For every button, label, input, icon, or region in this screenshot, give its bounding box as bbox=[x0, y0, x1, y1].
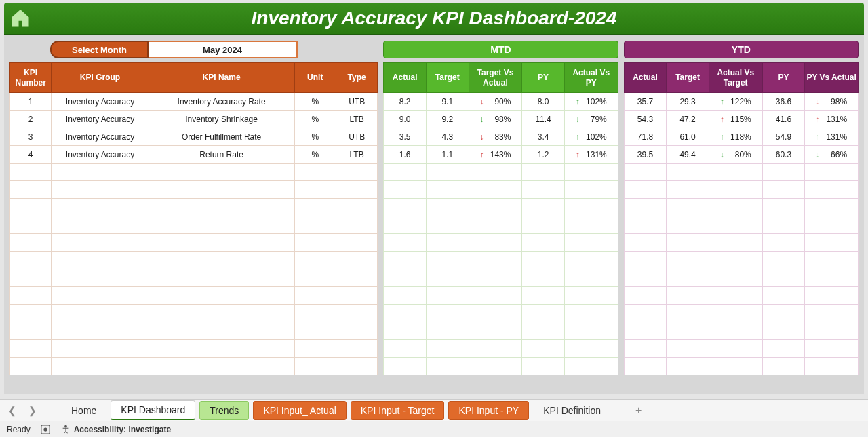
mtd-panel: MTD Actual Target Target Vs Actual PY Ac… bbox=[383, 41, 618, 394]
cell-ytd-pva: ↓98% bbox=[805, 93, 859, 111]
tab-kpi-input-actual[interactable]: KPI Input_ Actual bbox=[253, 401, 346, 420]
mtd-table: Actual Target Target Vs Actual PY Actual… bbox=[383, 62, 618, 375]
table-row[interactable] bbox=[624, 216, 858, 234]
mtd-band: MTD bbox=[383, 41, 618, 58]
table-row[interactable]: 4Inventory AccuracyReturn Rate%LTB bbox=[10, 146, 378, 164]
cell-mtd-tva: ↓83% bbox=[469, 128, 522, 146]
table-row[interactable] bbox=[10, 199, 378, 216]
table-row[interactable]: 39.549.4↓80%60.3↓66% bbox=[624, 146, 858, 164]
col-mtd-py: PY bbox=[522, 63, 565, 93]
table-row[interactable] bbox=[384, 181, 618, 199]
cell-unit: % bbox=[294, 146, 336, 164]
table-row[interactable] bbox=[10, 181, 378, 199]
col-ytd-actual: Actual bbox=[624, 63, 667, 93]
table-row[interactable] bbox=[624, 181, 858, 199]
cell-kpi-name: Inventory Accuracy Rate bbox=[149, 93, 294, 111]
table-row[interactable] bbox=[384, 252, 618, 269]
col-mtd-target: Target bbox=[426, 63, 469, 93]
page-title: Inventory Accuracy KPI Dashboard-2024 bbox=[31, 7, 864, 29]
table-row[interactable] bbox=[10, 358, 378, 375]
table-row[interactable] bbox=[624, 234, 858, 252]
table-row[interactable]: 3Inventory AccuracyOrder Fulfillment Rat… bbox=[10, 128, 378, 146]
cell-ytd-py: 41.6 bbox=[762, 111, 805, 128]
cell-ytd-pva: ↑131% bbox=[805, 128, 859, 146]
cell-mtd-avpy: ↑102% bbox=[564, 93, 618, 111]
tab-kpi-input-target[interactable]: KPI Input - Target bbox=[351, 401, 445, 420]
tab-kpi-input-py[interactable]: KPI Input - PY bbox=[448, 401, 529, 420]
accessibility-icon[interactable] bbox=[60, 424, 71, 435]
cell-mtd-target: 9.1 bbox=[426, 93, 469, 111]
tab-kpi-definition[interactable]: KPI Definition bbox=[533, 401, 611, 420]
table-row[interactable] bbox=[384, 322, 618, 340]
add-sheet-button[interactable]: + bbox=[635, 404, 642, 417]
table-row[interactable] bbox=[624, 340, 858, 358]
table-row[interactable]: 35.729.3↑122%36.6↓98% bbox=[624, 93, 858, 111]
macro-recorder-icon[interactable] bbox=[40, 424, 51, 435]
table-row[interactable]: 8.29.1↓90%8.0↑102% bbox=[384, 93, 618, 111]
table-row[interactable] bbox=[10, 340, 378, 358]
tab-nav-next[interactable]: ❯ bbox=[28, 405, 37, 416]
col-type: Type bbox=[336, 63, 377, 93]
cell-mtd-actual: 3.5 bbox=[384, 128, 427, 146]
cell-mtd-actual: 8.2 bbox=[384, 93, 427, 111]
cell-ytd-target: 61.0 bbox=[667, 128, 709, 146]
cell-ytd-actual: 39.5 bbox=[624, 146, 667, 164]
table-row[interactable] bbox=[384, 269, 618, 287]
table-row[interactable] bbox=[10, 287, 378, 305]
select-month-label: Select Month bbox=[50, 41, 149, 58]
table-row[interactable] bbox=[10, 322, 378, 340]
table-row[interactable] bbox=[10, 164, 378, 181]
table-row[interactable] bbox=[384, 216, 618, 234]
table-row[interactable] bbox=[10, 234, 378, 252]
table-row[interactable] bbox=[384, 358, 618, 375]
home-icon[interactable] bbox=[9, 7, 31, 29]
cell-kpi-group: Inventory Accuracy bbox=[52, 128, 149, 146]
cell-unit: % bbox=[294, 93, 336, 111]
cell-mtd-actual: 9.0 bbox=[384, 111, 427, 128]
table-row[interactable] bbox=[624, 199, 858, 216]
title-bar: Inventory Accuracy KPI Dashboard-2024 bbox=[4, 3, 864, 35]
tab-nav-prev[interactable]: ❮ bbox=[8, 405, 16, 416]
cell-ytd-actual: 54.3 bbox=[624, 111, 667, 128]
tab-kpi-dashboard[interactable]: KPI Dashboard bbox=[111, 400, 195, 420]
cell-type: LTB bbox=[336, 111, 377, 128]
cell-mtd-actual: 1.6 bbox=[384, 146, 427, 164]
table-row[interactable] bbox=[384, 164, 618, 181]
table-row[interactable] bbox=[624, 287, 858, 305]
cell-mtd-avpy: ↑102% bbox=[564, 128, 618, 146]
kpi-table: KPI Number KPI Group KPI Name Unit Type … bbox=[9, 62, 378, 375]
table-row[interactable] bbox=[624, 252, 858, 269]
table-row[interactable] bbox=[624, 164, 858, 181]
table-row[interactable]: 54.347.2↑115%41.6↑131% bbox=[624, 111, 858, 128]
table-row[interactable]: 2Inventory AccuracyInventory Shrinkage%L… bbox=[10, 111, 378, 128]
col-kpi-group: KPI Group bbox=[52, 63, 149, 93]
table-row[interactable] bbox=[10, 305, 378, 322]
cell-mtd-avpy: ↓79% bbox=[564, 111, 618, 128]
col-ytd-py: PY bbox=[762, 63, 805, 93]
table-row[interactable]: 1.61.1↑143%1.2↑131% bbox=[384, 146, 618, 164]
table-row[interactable] bbox=[384, 305, 618, 322]
month-dropdown[interactable]: May 2024 bbox=[149, 41, 298, 58]
table-row[interactable] bbox=[384, 340, 618, 358]
table-row[interactable] bbox=[384, 234, 618, 252]
table-row[interactable] bbox=[10, 216, 378, 234]
table-row[interactable] bbox=[10, 252, 378, 269]
cell-mtd-py: 11.4 bbox=[522, 111, 565, 128]
cell-mtd-py: 8.0 bbox=[522, 93, 565, 111]
table-row[interactable] bbox=[624, 358, 858, 375]
table-row[interactable] bbox=[624, 322, 858, 340]
table-row[interactable] bbox=[384, 287, 618, 305]
tab-home[interactable]: Home bbox=[61, 401, 106, 420]
table-row[interactable] bbox=[624, 305, 858, 322]
table-row[interactable]: 71.861.0↑118%54.9↑131% bbox=[624, 128, 858, 146]
table-row[interactable]: 9.09.2↓98%11.4↓79% bbox=[384, 111, 618, 128]
table-row[interactable] bbox=[384, 199, 618, 216]
cell-ytd-avt: ↓80% bbox=[709, 146, 762, 164]
cell-kpi-group: Inventory Accuracy bbox=[52, 93, 149, 111]
table-row[interactable] bbox=[624, 269, 858, 287]
cell-ytd-target: 49.4 bbox=[667, 146, 709, 164]
tab-trends[interactable]: Trends bbox=[199, 401, 249, 420]
table-row[interactable]: 3.54.3↓83%3.4↑102% bbox=[384, 128, 618, 146]
table-row[interactable] bbox=[10, 269, 378, 287]
table-row[interactable]: 1Inventory AccuracyInventory Accuracy Ra… bbox=[10, 93, 378, 111]
